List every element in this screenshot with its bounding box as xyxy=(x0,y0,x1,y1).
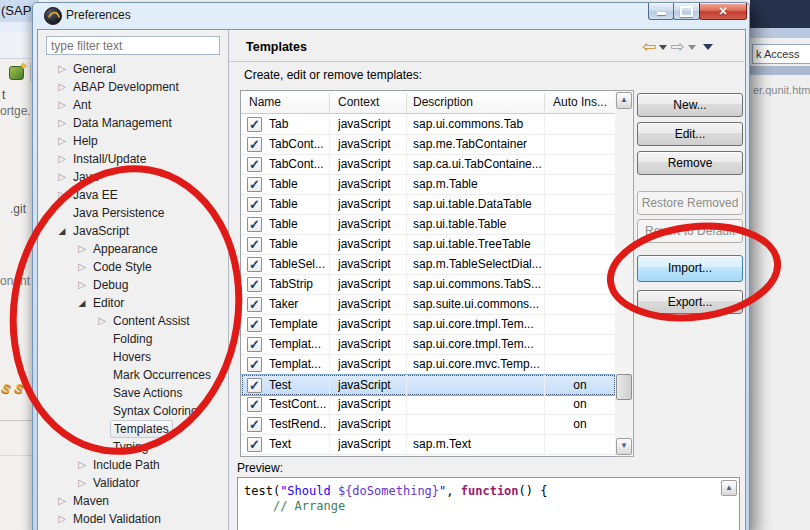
tree-item-folding[interactable]: Folding xyxy=(40,330,227,348)
tree-item-editor[interactable]: ◢Editor xyxy=(40,294,227,312)
expand-arrow-icon[interactable]: ▷ xyxy=(76,276,88,294)
scroll-down-icon[interactable]: ▼ xyxy=(616,438,632,455)
table-row[interactable]: ✓TestRend...javaScripton xyxy=(241,414,616,435)
expand-arrow-icon[interactable]: ▷ xyxy=(76,258,88,276)
scrollbar-thumb[interactable] xyxy=(616,374,632,400)
tree-item-javascript[interactable]: ◢JavaScript xyxy=(40,222,227,240)
table-row[interactable]: ✓TableSel...javaScriptsap.m.TableSelectD… xyxy=(241,254,616,275)
tree-item-java-persistence[interactable]: Java Persistence xyxy=(40,204,227,222)
table-row[interactable]: ✓TablejavaScriptsap.ui.table.TreeTable xyxy=(241,234,616,255)
tree-item-include-path[interactable]: ▷Include Path xyxy=(40,456,227,474)
expand-arrow-icon[interactable]: ▷ xyxy=(56,186,68,204)
table-row[interactable]: ✓TemplatejavaScriptsap.ui.core.tmpl.Tem.… xyxy=(241,314,616,335)
panel-divider[interactable] xyxy=(228,30,229,530)
expand-arrow-icon[interactable]: ▷ xyxy=(56,78,68,96)
expand-arrow-icon[interactable]: ▷ xyxy=(56,492,68,510)
tree-item-content-assist[interactable]: ▷Content Assist xyxy=(40,312,227,330)
tree-item-java[interactable]: ▷Java xyxy=(40,168,227,186)
collapse-arrow-icon[interactable]: ◢ xyxy=(76,294,88,312)
table-row[interactable]: ✓TabCont...javaScriptsap.me.TabContainer xyxy=(241,134,616,155)
tree-item-hovers[interactable]: Hovers xyxy=(40,348,227,366)
tree-item-java-ee[interactable]: ▷Java EE xyxy=(40,186,227,204)
tree-item-typing[interactable]: Typing xyxy=(40,438,227,456)
tree-item-save-actions[interactable]: Save Actions xyxy=(40,384,227,402)
tree-item-templates[interactable]: Templates xyxy=(40,420,227,438)
column-header-name[interactable]: Name xyxy=(249,91,281,113)
column-header-context[interactable]: Context xyxy=(338,91,379,113)
close-button[interactable]: × xyxy=(699,3,747,20)
expand-arrow-icon[interactable]: ▷ xyxy=(56,168,68,186)
template-checkbox[interactable]: ✓ xyxy=(247,257,262,272)
forward-arrow-icon[interactable]: ⇨ xyxy=(670,39,684,55)
expand-arrow-icon[interactable]: ▷ xyxy=(96,312,108,330)
forward-history-caret-icon[interactable] xyxy=(688,45,696,50)
table-row[interactable]: ✓TablejavaScriptsap.m.Table xyxy=(241,174,616,195)
template-checkbox[interactable]: ✓ xyxy=(247,297,262,312)
expand-arrow-icon[interactable]: ▷ xyxy=(76,474,88,492)
template-checkbox[interactable]: ✓ xyxy=(247,277,262,292)
new-button[interactable]: New... xyxy=(637,93,743,117)
tree-item-validator[interactable]: ▷Validator xyxy=(40,474,227,492)
tree-item-syntax-coloring[interactable]: Syntax Coloring xyxy=(40,402,227,420)
edit-button[interactable]: Edit... xyxy=(637,122,743,146)
expand-arrow-icon[interactable]: ▷ xyxy=(56,510,68,528)
template-checkbox[interactable]: ✓ xyxy=(247,317,262,332)
template-checkbox[interactable]: ✓ xyxy=(247,157,262,172)
template-checkbox[interactable]: ✓ xyxy=(247,378,262,393)
import-button[interactable]: Import... xyxy=(637,255,743,282)
expand-arrow-icon[interactable]: ▷ xyxy=(56,96,68,114)
tree-item-maven[interactable]: ▷Maven xyxy=(40,492,227,510)
template-checkbox[interactable]: ✓ xyxy=(247,177,262,192)
template-checkbox[interactable]: ✓ xyxy=(247,137,262,152)
expand-arrow-icon[interactable]: ▷ xyxy=(56,150,68,168)
tree-item-model-validation[interactable]: ▷Model Validation xyxy=(40,510,227,528)
collapse-arrow-icon[interactable]: ◢ xyxy=(56,222,68,240)
table-row[interactable]: ✓TabStripjavaScriptsap.ui.commons.TabS..… xyxy=(241,274,616,295)
maximize-button[interactable] xyxy=(673,3,700,20)
table-row[interactable]: ✓Templat...javaScriptsap.ui.core.tmpl.Te… xyxy=(241,334,616,355)
table-row[interactable]: ✓Templat...javaScriptsap.ui.core.mvc.Tem… xyxy=(241,354,616,375)
table-row[interactable]: ✓TabjavaScriptsap.ui.commons.Tab xyxy=(241,114,616,135)
tree-item-abap-development[interactable]: ▷ABAP Development xyxy=(40,78,227,96)
expand-arrow-icon[interactable]: ▷ xyxy=(76,240,88,258)
template-checkbox[interactable]: ✓ xyxy=(247,217,262,232)
expand-arrow-icon[interactable]: ▷ xyxy=(56,60,68,78)
scroll-up-icon[interactable]: ▲ xyxy=(616,92,632,109)
back-arrow-icon[interactable]: ⇦ xyxy=(642,39,656,55)
remove-button[interactable]: Remove xyxy=(637,151,743,175)
expand-arrow-icon[interactable]: ▷ xyxy=(76,456,88,474)
column-header-description[interactable]: Description xyxy=(413,91,473,113)
tree-item-mark-occurrences[interactable]: Mark Occurrences xyxy=(40,366,227,384)
template-checkbox[interactable]: ✓ xyxy=(247,237,262,252)
table-row[interactable]: ✓TabCont...javaScriptsap.ca.ui.TabContai… xyxy=(241,154,616,175)
back-history-caret-icon[interactable] xyxy=(659,45,667,50)
tree-item-help[interactable]: ▷Help xyxy=(40,132,227,150)
tree-item-debug[interactable]: ▷Debug xyxy=(40,276,227,294)
expand-arrow-icon[interactable]: ▷ xyxy=(56,132,68,150)
minimize-button[interactable] xyxy=(648,3,674,20)
template-checkbox[interactable]: ✓ xyxy=(247,337,262,352)
expand-arrow-icon[interactable]: ▷ xyxy=(56,114,68,132)
column-header-auto-ins[interactable]: Auto Ins... xyxy=(553,91,607,113)
template-checkbox[interactable]: ✓ xyxy=(247,357,262,372)
tree-item-general[interactable]: ▷General xyxy=(40,60,227,78)
tree-item-ant[interactable]: ▷Ant xyxy=(40,96,227,114)
table-row[interactable]: ✓TextjavaScriptsap.m.Text xyxy=(241,434,616,455)
filter-input[interactable] xyxy=(46,36,220,55)
table-row[interactable]: ✓TestCont...javaScripton xyxy=(241,394,616,415)
template-checkbox[interactable]: ✓ xyxy=(247,397,262,412)
export-button[interactable]: Export... xyxy=(637,290,743,314)
table-scrollbar[interactable]: ▲ ▼ xyxy=(615,90,634,457)
template-checkbox[interactable]: ✓ xyxy=(247,117,262,132)
view-menu-icon[interactable] xyxy=(703,44,713,50)
table-row[interactable]: ✓TablejavaScriptsap.ui.table.DataTable xyxy=(241,194,616,215)
template-checkbox[interactable]: ✓ xyxy=(247,197,262,212)
template-checkbox[interactable]: ✓ xyxy=(247,417,262,432)
preview-scroll-up-icon[interactable]: ▲ xyxy=(721,480,737,496)
table-row[interactable]: ✓TablejavaScriptsap.ui.table.Table xyxy=(241,214,616,235)
template-checkbox[interactable]: ✓ xyxy=(247,437,262,452)
table-row[interactable]: ✓TakerjavaScriptsap.suite.ui.commons... xyxy=(241,294,616,315)
tree-item-code-style[interactable]: ▷Code Style xyxy=(40,258,227,276)
tree-item-install-update[interactable]: ▷Install/Update xyxy=(40,150,227,168)
tree-item-data-management[interactable]: ▷Data Management xyxy=(40,114,227,132)
